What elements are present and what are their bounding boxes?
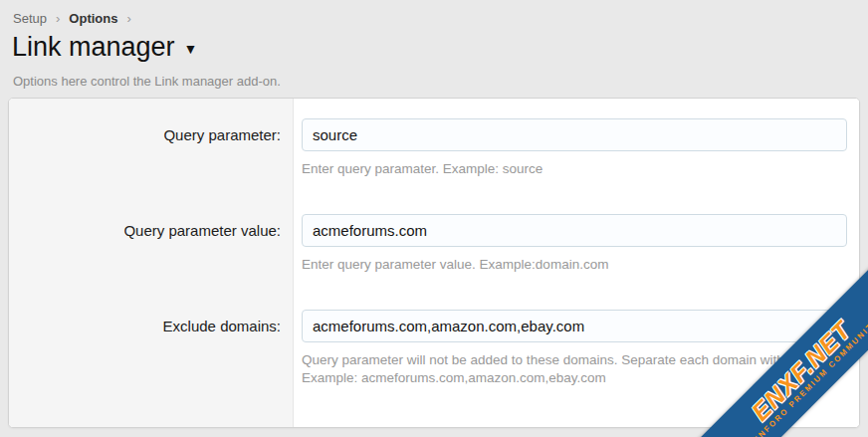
exclude-domains-hint-line1: Query parameter will not be added to the… — [302, 351, 847, 369]
form-row-query-parameter: Query parameter: Enter query paramater. … — [9, 99, 859, 194]
chevron-right-icon: › — [56, 11, 60, 26]
query-parameter-label: Query parameter: — [9, 99, 293, 194]
chevron-right-icon: › — [126, 11, 130, 26]
page-title: Link manager — [12, 32, 175, 63]
row-content: Enter query parameter value. Example:dom… — [293, 194, 859, 290]
exclude-domains-input[interactable] — [302, 310, 847, 342]
form-rows-filler — [9, 403, 859, 428]
page-subtitle: Options here control the Link manager ad… — [13, 74, 281, 89]
query-parameter-value-input[interactable] — [302, 214, 847, 247]
row-content: Enter query paramater. Example: source — [293, 99, 859, 194]
row-content: Query parameter will not be added to the… — [293, 290, 859, 403]
form-rows: Query parameter: Enter query paramater. … — [9, 99, 859, 428]
query-parameter-value-label: Query parameter value: — [9, 194, 293, 290]
chevron-down-icon: ▼ — [184, 38, 198, 57]
query-parameter-hint: Enter query paramater. Example: source — [302, 160, 847, 178]
page-title-menu[interactable]: Link manager ▼ — [12, 32, 197, 63]
breadcrumb-setup[interactable]: Setup — [13, 11, 47, 26]
form-row-query-parameter-value: Query parameter value: Enter query param… — [9, 194, 859, 290]
query-parameter-value-hint: Enter query parameter value. Example:dom… — [302, 256, 847, 274]
form-row-exclude-domains: Exclude domains: Query parameter will no… — [9, 290, 859, 403]
exclude-domains-label: Exclude domains: — [9, 290, 293, 403]
query-parameter-input[interactable] — [302, 118, 847, 151]
exclude-domains-hint-line2: Example: acmeforums.com,amazon.com,ebay.… — [302, 369, 847, 387]
breadcrumb: Setup › Options › — [13, 11, 131, 26]
breadcrumb-options[interactable]: Options — [69, 11, 117, 26]
options-form-block: Query parameter: Enter query paramater. … — [8, 98, 860, 428]
